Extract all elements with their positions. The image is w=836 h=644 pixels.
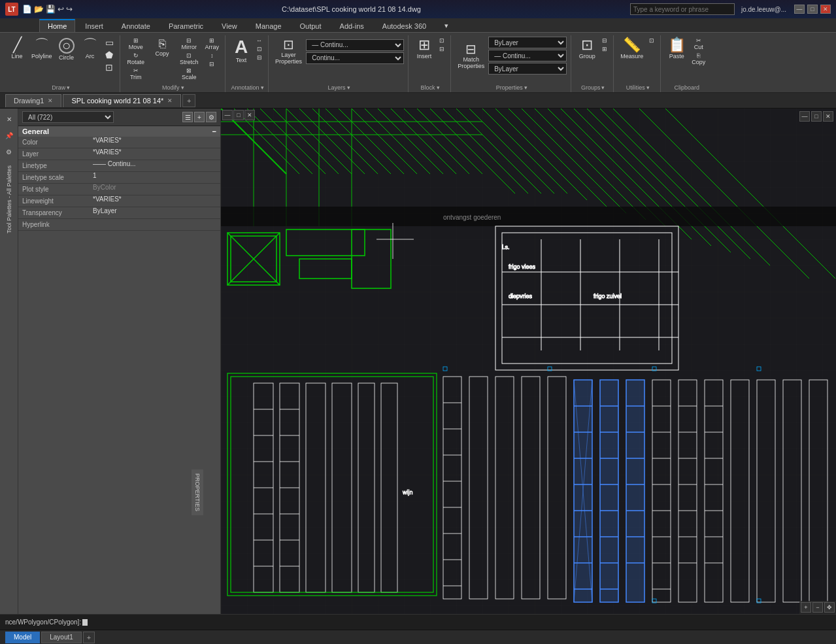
tab-annotate[interactable]: Annotate: [113, 19, 159, 32]
annotation-text-button[interactable]: A Text: [231, 37, 252, 65]
group-ungroup-button[interactable]: ⊟: [600, 37, 609, 44]
tab-output[interactable]: Output: [292, 19, 330, 32]
properties-group-expand[interactable]: ▾: [524, 84, 527, 91]
tab-view[interactable]: View: [213, 19, 246, 32]
clipboard-copy-button[interactable]: ⎘ Copy: [690, 52, 707, 66]
tool-strip-close[interactable]: ✕: [1, 111, 17, 127]
qat-open[interactable]: 📂: [34, 5, 44, 14]
doc-tab-spl-close[interactable]: ✕: [167, 97, 173, 104]
canvas-close-btn[interactable]: ✕: [244, 110, 255, 120]
draw-extra-3[interactable]: ⊡: [103, 61, 116, 73]
annotation-extra-button[interactable]: ⊟: [254, 54, 264, 61]
tab-overflow[interactable]: ▾: [436, 19, 457, 32]
utilities-group-expand[interactable]: ▾: [646, 84, 650, 91]
modify-mirror-button[interactable]: ⊟ Mirror: [178, 37, 201, 51]
canvas-minimize-btn[interactable]: —: [222, 110, 233, 120]
prop-value-transparency[interactable]: ByLayer: [90, 207, 220, 218]
block-extra-button[interactable]: ⊟: [437, 45, 446, 53]
tab-manage[interactable]: Manage: [247, 19, 290, 32]
model-tab-model[interactable]: Model: [5, 632, 40, 643]
block-create-button[interactable]: ⊡: [437, 37, 446, 44]
panel-filter-dropdown[interactable]: All (722): [22, 111, 114, 123]
prop-value-layer[interactable]: *VARIES*: [90, 148, 220, 160]
canvas-zoom-out[interactable]: −: [812, 602, 823, 613]
draw-polyline-button[interactable]: ⌒ Polyline: [30, 37, 54, 61]
prop-value-lineweight[interactable]: *VARIES*: [90, 195, 220, 207]
keyword-search[interactable]: [630, 3, 735, 15]
draw-extra-2[interactable]: ⬟: [103, 49, 116, 61]
canvas-win-minimize[interactable]: —: [799, 111, 810, 122]
panel-toggle-btn[interactable]: ☰: [182, 112, 193, 122]
layer-dropdown[interactable]: — Continu...: [306, 39, 404, 51]
prop-value-hyperlink[interactable]: [90, 219, 220, 230]
tab-autodesk360[interactable]: Autodesk 360: [374, 19, 435, 32]
tab-insert[interactable]: Insert: [76, 19, 112, 32]
modify-trim-button[interactable]: ✂ Trim: [125, 67, 147, 81]
group-extra-button[interactable]: ⊞: [600, 45, 609, 53]
tab-parametric[interactable]: Parametric: [160, 19, 212, 32]
canvas-area[interactable]: — □ ✕: [221, 109, 836, 614]
modify-scale-button[interactable]: ⊠ Scale: [178, 67, 201, 81]
doc-tab-drawing1-close[interactable]: ✕: [48, 97, 53, 104]
draw-extra-1[interactable]: ▭: [103, 37, 116, 48]
doc-tab-drawing1[interactable]: Drawing1 ✕: [5, 94, 61, 107]
clipboard-cut-button[interactable]: ✂ Cut: [690, 37, 707, 51]
groups-group-button[interactable]: ⊡ Group: [577, 37, 597, 61]
qat-undo[interactable]: ↩: [58, 5, 64, 14]
tab-home[interactable]: Home: [39, 19, 75, 32]
qat-save[interactable]: 💾: [46, 5, 56, 14]
properties-side-tab[interactable]: PROPERTIES: [192, 469, 203, 515]
maximize-button[interactable]: □: [807, 5, 818, 14]
canvas-restore-btn[interactable]: □: [233, 110, 244, 120]
prop-value-linetype[interactable]: —— Continu...: [90, 160, 220, 171]
draw-circle-button[interactable]: ○ Circle: [56, 37, 77, 62]
prop-value-plot-style[interactable]: ByColor: [90, 184, 220, 195]
properties-color-dropdown[interactable]: ByLayer: [488, 37, 567, 48]
clipboard-paste-button[interactable]: 📋 Paste: [666, 37, 687, 61]
modify-group-expand[interactable]: ▾: [181, 84, 184, 91]
section-header-general[interactable]: General −: [18, 126, 220, 137]
modify-move-button[interactable]: ⊞ Move: [125, 37, 147, 51]
doc-tab-add[interactable]: +: [182, 94, 195, 107]
draw-group-expand[interactable]: ▾: [67, 84, 70, 91]
panel-add-btn[interactable]: +: [194, 112, 205, 122]
qat-redo[interactable]: ↪: [66, 5, 73, 14]
utilities-extra-button[interactable]: ⊡: [647, 37, 656, 44]
modify-move2-button[interactable]: ↕: [203, 52, 222, 59]
annotation-mleader-button[interactable]: ⊡: [254, 45, 264, 53]
modify-array-button[interactable]: ⊞ Array: [203, 37, 222, 51]
model-tab-layout1[interactable]: Layout1: [41, 632, 82, 643]
layers-group-expand[interactable]: ▾: [347, 84, 350, 91]
layers-layer-properties-button[interactable]: ⊡ LayerProperties: [274, 37, 303, 66]
panel-settings-btn[interactable]: ⚙: [206, 112, 216, 122]
doc-tab-spl[interactable]: SPL cooking world 21 08 14* ✕: [63, 94, 181, 107]
properties-lineweight-dropdown[interactable]: ByLayer: [488, 63, 567, 75]
tool-palettes-label[interactable]: Tool Palettes - All Palettes: [6, 165, 12, 233]
tab-addins[interactable]: Add-ins: [331, 19, 373, 32]
canvas-pan[interactable]: ✥: [824, 602, 835, 613]
close-button[interactable]: ✕: [820, 5, 831, 14]
properties-linetype-dropdown[interactable]: — Continu...: [488, 50, 567, 61]
qat-new[interactable]: 📄: [22, 5, 32, 14]
canvas-zoom-in[interactable]: +: [801, 602, 811, 613]
layer-color-dropdown[interactable]: Continu...: [306, 52, 404, 64]
block-group-expand[interactable]: ▾: [437, 84, 440, 91]
utilities-measure-button[interactable]: 📏 Measure: [619, 37, 644, 61]
canvas-win-restore[interactable]: □: [811, 111, 822, 122]
annotation-dim-button[interactable]: ↔: [254, 37, 264, 44]
groups-group-expand[interactable]: ▾: [601, 84, 605, 91]
canvas-win-close[interactable]: ✕: [823, 111, 833, 122]
prop-value-color[interactable]: *VARIES*: [90, 137, 220, 148]
draw-arc-button[interactable]: ⌒ Arc: [80, 37, 101, 61]
modify-stretch-button[interactable]: ⊡ Stretch: [178, 52, 201, 66]
prop-value-linetype-scale[interactable]: 1: [90, 172, 220, 183]
model-tab-add[interactable]: +: [83, 632, 95, 643]
draw-line-button[interactable]: ╱ Line: [7, 37, 27, 61]
annotation-group-expand[interactable]: ▾: [261, 84, 264, 91]
drawing-canvas[interactable]: ontvangst goederen l.s. frigo vlees diep…: [221, 109, 836, 614]
tool-strip-settings[interactable]: ⚙: [1, 144, 17, 160]
modify-rotate-button[interactable]: ↻ Rotate: [125, 52, 147, 66]
tool-strip-pin[interactable]: 📌: [1, 127, 17, 143]
block-insert-button[interactable]: ⊞ Insert: [414, 37, 435, 61]
minimize-button[interactable]: —: [794, 5, 805, 14]
